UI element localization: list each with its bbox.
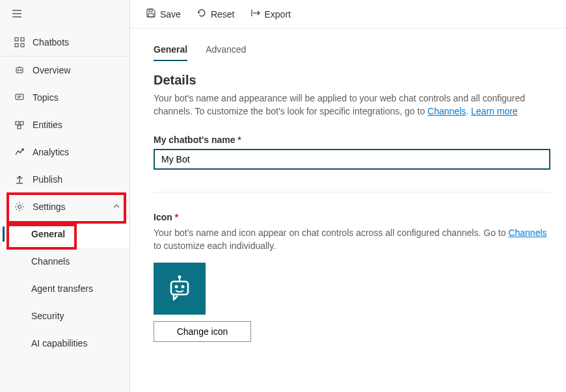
change-icon-button[interactable]: Change icon xyxy=(154,321,251,342)
sidebar-sub-ai-capabilities[interactable]: AI capabilities xyxy=(0,330,129,357)
svg-rect-21 xyxy=(148,14,154,17)
section-divider xyxy=(154,192,550,192)
sidebar-item-label: Publish xyxy=(33,174,62,185)
tab-general[interactable]: General xyxy=(154,44,187,61)
publish-icon xyxy=(13,173,26,186)
reset-button[interactable]: Reset xyxy=(194,4,237,25)
svg-point-8 xyxy=(18,70,19,71)
main: Save Reset Export General Advanced Detai… xyxy=(130,0,566,392)
export-icon xyxy=(250,8,261,20)
tab-advanced[interactable]: Advanced xyxy=(206,44,246,61)
bot-icon-preview xyxy=(154,263,206,315)
svg-point-19 xyxy=(18,205,21,209)
bot-icon xyxy=(13,64,26,77)
sidebar-sub-security[interactable]: Security xyxy=(0,302,129,330)
svg-rect-11 xyxy=(16,94,23,99)
sidebar-item-label: Channels xyxy=(31,256,70,267)
channels-link[interactable]: Channels xyxy=(427,106,466,116)
sidebar-item-label: Security xyxy=(31,311,64,321)
channels-link-2[interactable]: Channels xyxy=(508,228,546,238)
save-button[interactable]: Save xyxy=(143,4,183,25)
sidebar-item-label: Entities xyxy=(33,120,62,130)
svg-rect-16 xyxy=(18,125,21,129)
svg-point-25 xyxy=(178,276,182,279)
entities-icon xyxy=(13,118,26,131)
sidebar-item-topics[interactable]: Topics xyxy=(0,84,129,111)
export-button[interactable]: Export xyxy=(248,4,293,25)
sidebar-item-publish[interactable]: Publish xyxy=(0,166,129,193)
sidebar-item-label: Settings xyxy=(33,202,66,212)
page-title: Details xyxy=(154,73,543,88)
sidebar-item-entities[interactable]: Entities xyxy=(0,111,129,138)
sidebar-sub-agent-transfers[interactable]: Agent transfers xyxy=(0,275,129,302)
gear-icon xyxy=(13,200,26,213)
sidebar-item-label: Topics xyxy=(33,92,59,103)
icon-help-text: Your bot's name and icon appear on chat … xyxy=(154,226,550,252)
svg-rect-6 xyxy=(21,44,24,47)
icon-field-label: Icon * xyxy=(154,212,543,222)
learn-more-link[interactable]: Learn more xyxy=(471,106,518,116)
sidebar-item-label: General xyxy=(31,229,65,239)
sidebar-item-label: AI capabilities xyxy=(31,338,87,348)
svg-rect-5 xyxy=(15,44,18,47)
svg-rect-4 xyxy=(21,38,24,41)
chat-icon xyxy=(13,91,26,104)
name-field-label: My chatbot's name * xyxy=(154,135,543,145)
toolbar: Save Reset Export xyxy=(130,0,566,29)
chatbot-name-input[interactable] xyxy=(154,149,550,170)
svg-rect-3 xyxy=(15,38,18,41)
sidebar-sub-general[interactable]: General xyxy=(0,220,129,248)
svg-point-28 xyxy=(182,285,185,289)
grid-icon xyxy=(13,36,26,49)
svg-point-27 xyxy=(175,285,178,289)
sidebar-item-settings[interactable]: Settings xyxy=(0,193,129,220)
details-description: Your bot's name and appearance will be a… xyxy=(154,92,543,118)
sidebar-item-chatbots[interactable]: Chatbots xyxy=(0,29,129,56)
svg-rect-15 xyxy=(20,122,23,125)
tabs: General Advanced xyxy=(154,44,543,61)
sidebar-item-label: Chatbots xyxy=(33,37,69,47)
sidebar-item-label: Analytics xyxy=(33,147,69,157)
svg-rect-20 xyxy=(149,9,152,12)
sidebar-sub-channels[interactable]: Channels xyxy=(0,248,129,275)
svg-rect-14 xyxy=(16,122,19,125)
analytics-icon xyxy=(13,146,26,159)
sidebar-item-analytics[interactable]: Analytics xyxy=(0,138,129,166)
chevron-up-icon xyxy=(113,202,120,212)
save-icon xyxy=(146,8,156,20)
hamburger-icon[interactable] xyxy=(12,8,22,21)
sidebar-item-label: Agent transfers xyxy=(31,283,93,294)
sidebar: Chatbots Overview Topics Entities xyxy=(0,0,130,392)
svg-point-9 xyxy=(20,70,21,71)
sidebar-item-label: Overview xyxy=(33,65,70,75)
reset-icon xyxy=(196,8,207,20)
sidebar-item-overview[interactable]: Overview xyxy=(0,57,129,84)
